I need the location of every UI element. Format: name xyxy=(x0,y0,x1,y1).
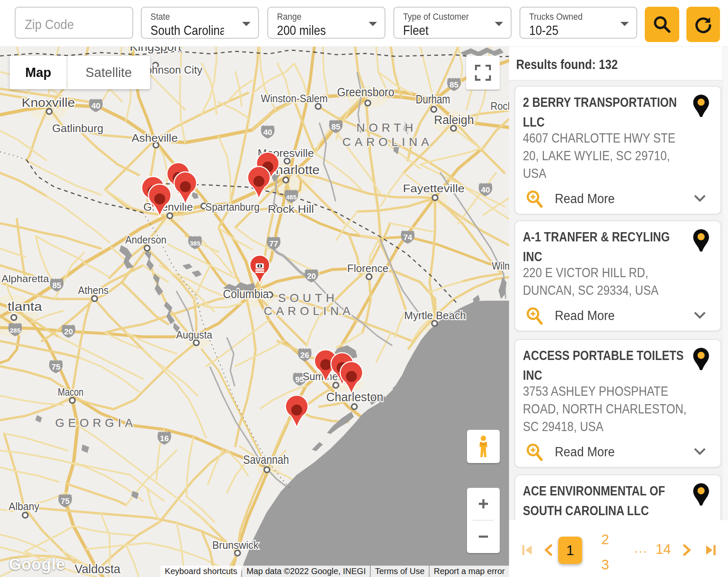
svg-text:Durham: Durham xyxy=(416,93,450,106)
svg-text:20: 20 xyxy=(64,327,73,336)
svg-text:285: 285 xyxy=(10,327,20,334)
svg-text:Macon: Macon xyxy=(58,386,84,398)
svg-text:GEORGIA: GEORGIA xyxy=(55,416,137,429)
svg-text:Rocky Mount: Rocky Mount xyxy=(491,100,509,112)
svg-text:Brunswick: Brunswick xyxy=(212,539,259,551)
svg-text:Fayetteville: Fayetteville xyxy=(403,182,465,195)
svg-text:26: 26 xyxy=(300,351,309,360)
svg-text:SOUTH: SOUTH xyxy=(278,291,338,304)
svg-text:77: 77 xyxy=(269,239,278,248)
svg-text:Winston-Salem: Winston-Salem xyxy=(261,92,328,105)
svg-text:Alpharetta: Alpharetta xyxy=(2,273,50,284)
svg-text:CAROLINA: CAROLINA xyxy=(342,135,433,148)
svg-text:Charleston: Charleston xyxy=(326,390,383,404)
svg-text:Columbia: Columbia xyxy=(223,287,269,301)
svg-text:Gatlinburg: Gatlinburg xyxy=(52,122,103,135)
svg-text:20: 20 xyxy=(307,272,316,281)
svg-text:Rock Hill: Rock Hill xyxy=(268,203,314,215)
svg-text:Kingsport: Kingsport xyxy=(130,47,182,53)
svg-text:75: 75 xyxy=(51,363,61,371)
svg-text:Anderson: Anderson xyxy=(125,233,166,246)
svg-text:tlanta: tlanta xyxy=(8,300,42,313)
svg-text:40: 40 xyxy=(263,128,272,137)
svg-text:Knoxville: Knoxville xyxy=(22,95,75,109)
svg-text:74: 74 xyxy=(403,233,412,242)
svg-text:85: 85 xyxy=(331,122,340,131)
svg-text:485: 485 xyxy=(286,193,296,201)
svg-text:NORTH: NORTH xyxy=(356,121,417,134)
svg-text:85: 85 xyxy=(52,281,61,290)
svg-text:85: 85 xyxy=(449,80,459,89)
svg-text:Asheville: Asheville xyxy=(132,132,178,144)
svg-text:CAROLINA: CAROLINA xyxy=(264,304,354,318)
svg-text:Valdosta: Valdosta xyxy=(75,562,121,576)
svg-text:Raleigh: Raleigh xyxy=(434,113,474,127)
svg-text:Florence: Florence xyxy=(347,262,388,275)
svg-text:Albany: Albany xyxy=(9,500,40,513)
svg-text:Augusta: Augusta xyxy=(176,328,212,341)
svg-text:Savannah: Savannah xyxy=(243,453,289,466)
svg-text:Spartanburg: Spartanburg xyxy=(206,201,260,213)
svg-text:Greensboro: Greensboro xyxy=(337,85,394,99)
svg-text:Athens: Athens xyxy=(78,284,109,296)
svg-text:16: 16 xyxy=(160,434,169,443)
svg-text:Wilm: Wilm xyxy=(492,259,509,272)
svg-text:75: 75 xyxy=(61,497,70,506)
svg-text:40: 40 xyxy=(91,101,100,110)
svg-text:385: 385 xyxy=(190,240,200,247)
svg-text:Myrtle Beach: Myrtle Beach xyxy=(404,309,466,322)
svg-text:40: 40 xyxy=(481,185,490,194)
